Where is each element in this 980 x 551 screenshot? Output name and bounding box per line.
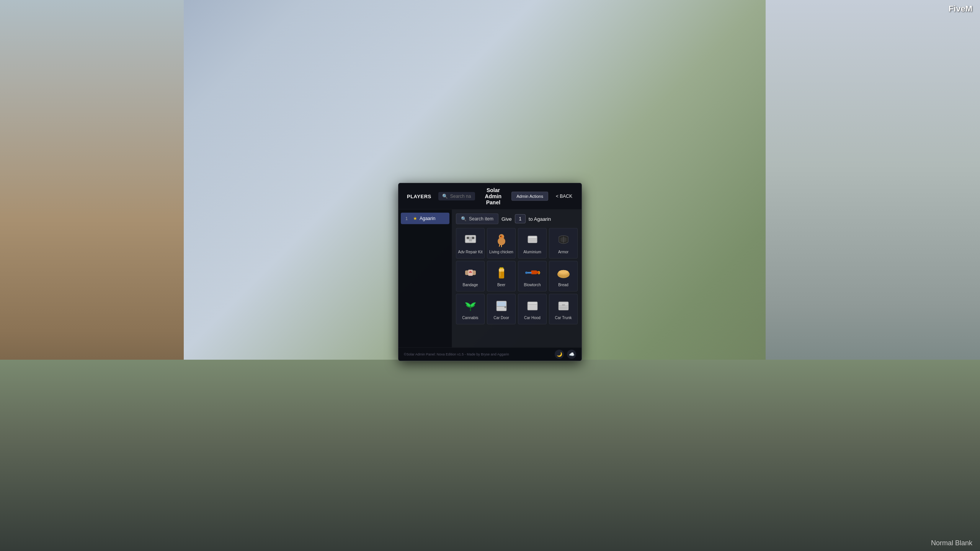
fivem-label: FiveM xyxy=(949,4,972,13)
bread-icon xyxy=(555,264,572,281)
bandage-icon xyxy=(462,264,479,281)
star-icon: ★ xyxy=(413,216,417,221)
svg-point-26 xyxy=(525,272,528,274)
item-beer[interactable]: Beer xyxy=(487,261,516,292)
fivem-logo: FiveM xyxy=(949,4,972,14)
svg-rect-36 xyxy=(528,303,537,304)
beer-icon xyxy=(493,264,510,281)
header-search[interactable]: 🔍 xyxy=(438,192,475,201)
car-trunk-label: Car Trunk xyxy=(555,316,572,320)
cannabis-icon xyxy=(462,297,479,314)
item-adv-repair-kit[interactable]: Adv Repair Kit xyxy=(456,228,485,259)
item-car-trunk[interactable]: Car Trunk xyxy=(549,294,578,324)
player-number: 1 xyxy=(405,216,411,221)
footer-icon-1[interactable]: 🌙 xyxy=(555,350,564,359)
panel-content: 1 ★ Agaarin 🔍 Search item Give 1 xyxy=(399,210,581,347)
quantity-input[interactable]: 1 xyxy=(515,214,526,223)
aluminium-icon xyxy=(524,231,541,248)
player-sidebar: 1 ★ Agaarin xyxy=(399,210,452,347)
panel-title: Solar Admin Panel xyxy=(479,187,508,205)
car-hood-label: Car Hood xyxy=(524,316,541,320)
svg-point-29 xyxy=(559,270,568,274)
give-label: Give xyxy=(501,216,512,222)
bottom-right-label: Normal Blank xyxy=(931,539,972,547)
car-door-label: Car Door xyxy=(493,316,509,320)
header-search-icon: 🔍 xyxy=(442,194,448,199)
items-area: 🔍 Search item Give 1 to Agaarin xyxy=(452,210,581,347)
svg-rect-39 xyxy=(559,306,568,310)
svg-rect-3 xyxy=(469,237,472,241)
svg-line-8 xyxy=(499,245,500,247)
svg-rect-17 xyxy=(470,271,471,272)
item-bread[interactable]: Bread xyxy=(549,261,578,292)
svg-rect-18 xyxy=(469,272,472,273)
car-door-icon xyxy=(493,297,510,314)
car-trunk-icon xyxy=(555,297,572,314)
svg-rect-22 xyxy=(500,270,501,277)
item-cannabis[interactable]: Cannabis xyxy=(456,294,485,324)
svg-rect-40 xyxy=(562,305,565,305)
player-item-agaarin[interactable]: 1 ★ Agaarin xyxy=(401,213,449,224)
admin-panel: PLAYERS 🔍 Solar Admin Panel Admin Action… xyxy=(398,183,582,361)
item-aluminium[interactable]: Aluminium xyxy=(518,228,547,259)
search-item-button[interactable]: 🔍 Search item xyxy=(456,214,498,224)
armor-label: Armor xyxy=(558,250,568,254)
svg-rect-31 xyxy=(497,302,506,306)
search-item-icon: 🔍 xyxy=(461,216,467,222)
players-button[interactable]: PLAYERS xyxy=(404,192,434,201)
item-living-chicken[interactable]: Living chicken xyxy=(487,228,516,259)
item-car-hood[interactable]: Car Hood xyxy=(518,294,547,324)
beer-label: Beer xyxy=(497,283,505,287)
items-grid: Adv Repair Kit xyxy=(456,228,578,324)
adv-repair-label: Adv Repair Kit xyxy=(458,250,483,254)
to-player-label: to Agaarin xyxy=(529,216,551,222)
cannabis-label: Cannabis xyxy=(462,316,478,320)
player-search-input[interactable] xyxy=(450,194,471,199)
back-button[interactable]: < BACK xyxy=(552,192,576,201)
bread-label: Bread xyxy=(558,283,568,287)
blowtorch-icon xyxy=(524,264,541,281)
svg-rect-11 xyxy=(529,237,536,238)
aluminium-label: Aluminium xyxy=(523,250,541,254)
admin-actions-button[interactable]: Admin Actions xyxy=(511,192,548,201)
footer-icons: 🌙 ☁️ xyxy=(555,350,576,359)
item-blowtorch[interactable]: Blowtorch xyxy=(518,261,547,292)
chicken-icon xyxy=(493,231,510,248)
give-bar: 🔍 Search item Give 1 to Agaarin xyxy=(456,214,578,224)
panel-footer: ©Solar Admin Panel: Nova Edition v1.5 - … xyxy=(399,347,581,361)
footer-text: ©Solar Admin Panel: Nova Edition v1.5 - … xyxy=(404,352,509,356)
item-bandage[interactable]: Bandage xyxy=(456,261,485,292)
blowtorch-label: Blowtorch xyxy=(524,283,541,287)
panel-header: PLAYERS 🔍 Solar Admin Panel Admin Action… xyxy=(399,183,581,210)
adv-repair-icon xyxy=(462,231,479,248)
item-armor[interactable]: Armor xyxy=(549,228,578,259)
player-name: Agaarin xyxy=(420,216,435,221)
footer-icon-2[interactable]: ☁️ xyxy=(567,350,576,359)
armor-icon xyxy=(555,231,572,248)
street-center-bg xyxy=(0,360,980,551)
bandage-label: Bandage xyxy=(462,283,478,287)
item-car-door[interactable]: Car Door xyxy=(487,294,516,324)
admin-panel-overlay: PLAYERS 🔍 Solar Admin Panel Admin Action… xyxy=(398,183,582,361)
chicken-label: Living chicken xyxy=(489,250,513,254)
svg-point-7 xyxy=(500,236,501,237)
car-hood-icon xyxy=(524,297,541,314)
